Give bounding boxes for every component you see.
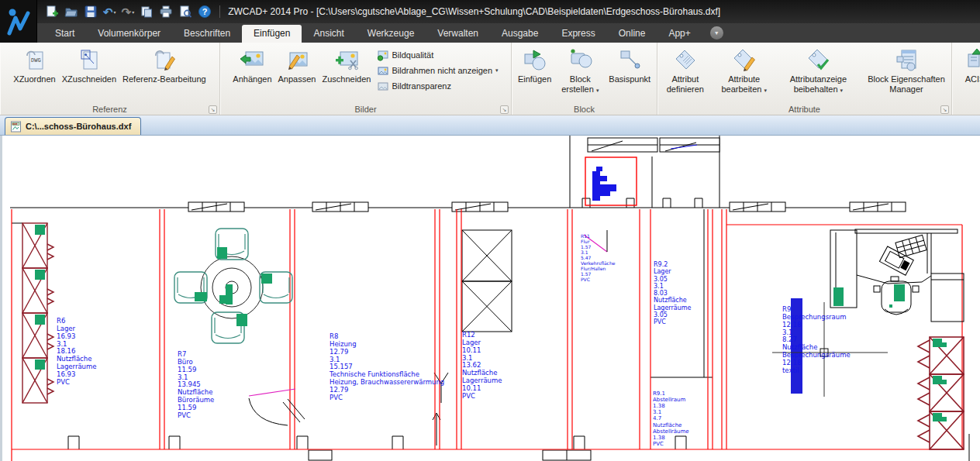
room-label-r9-1[interactable]: R9.1Abstellraum1.383.14.7NutzflächeAbste… (653, 390, 689, 447)
panel-launcher-icon[interactable]: ↘ (500, 105, 509, 114)
dwg-file-icon: DWG (10, 121, 22, 132)
ribbon: DWG XZuordnen XZuschneiden (0, 43, 980, 115)
dropdown-arrow-icon[interactable]: ▾ (840, 88, 844, 93)
copy-button[interactable] (140, 4, 154, 19)
entrance-symbol[interactable] (592, 167, 616, 201)
panel-title-block: Block (574, 105, 595, 114)
attribute-display-icon (805, 46, 831, 73)
dropdown-arrow-icon[interactable]: ▾ (114, 9, 116, 15)
panel-launcher-icon[interactable]: ↘ (940, 105, 949, 114)
xclip-button[interactable]: XZuschneiden (59, 46, 119, 85)
help-button[interactable]: ? (198, 4, 212, 19)
undo-icon: ↶ (103, 6, 113, 18)
ribbon-tab-verwalten[interactable]: Verwalten (426, 25, 490, 43)
ribbon-tab-ansicht[interactable]: Ansicht (302, 25, 355, 43)
dropdown-arrow-icon[interactable]: ▾ (764, 88, 767, 93)
panel-acis: ACIS (952, 43, 980, 115)
zwcad-logo-icon (3, 4, 34, 40)
app-logo[interactable] (0, 0, 37, 43)
dropdown-arrow-icon[interactable]: ▾ (132, 9, 134, 15)
ribbon-tab-online[interactable]: Online (607, 25, 657, 43)
xref-attach-icon: DWG (22, 46, 48, 73)
redo-button[interactable]: ↷ ▾ (122, 4, 135, 19)
undo-button[interactable]: ↶ ▾ (103, 4, 116, 19)
svg-text:?: ? (202, 7, 208, 16)
exterior-doors[interactable] (309, 450, 591, 460)
room-label-r6[interactable]: R6Lager16.933.118.16NutzflächeLagerräume… (57, 318, 97, 387)
print-button[interactable] (159, 4, 173, 19)
image-quality-button[interactable]: Bildqualität (377, 48, 498, 62)
save-button[interactable] (84, 4, 98, 19)
preview-icon (178, 5, 192, 19)
open-file-icon (64, 5, 78, 19)
block-properties-manager-button[interactable]: Block Eigenschaften Manager (861, 46, 951, 95)
room-label-r11[interactable]: R11Flur1.573.15.47VerkehrsflächeFlur/Hal… (581, 234, 615, 283)
panel-bilder: Anhängen Anpassen (220, 43, 512, 115)
quick-access-toolbar: ↶ ▾ ↷ ▾ (45, 4, 212, 19)
image-quality-icon (377, 50, 388, 61)
room-label-r9-2[interactable]: R9.2Lager3.053.18.03NutzflächeLagerräume… (654, 261, 691, 325)
dropdown-arrow-icon[interactable]: ▾ (596, 88, 599, 93)
document-tab[interactable]: DWG C:\...schoss-Bürohaus.dxf (5, 117, 141, 135)
basepoint-button[interactable]: Basispunkt (606, 46, 654, 85)
open-file-button[interactable] (64, 4, 78, 19)
ribbon-tab-express[interactable]: Express (550, 25, 606, 43)
window-symbols[interactable] (188, 202, 906, 212)
shelf-units-right[interactable] (918, 337, 964, 449)
attribute-edit-button[interactable]: Attribute bearbeiten ▾ (713, 46, 775, 95)
new-file-icon (45, 5, 59, 19)
svg-text:DWG: DWG (31, 57, 41, 64)
image-attach-button[interactable]: Anhängen (229, 46, 274, 85)
refedit-button[interactable]: Referenz-Bearbeitung (119, 46, 209, 85)
shelf-units-left[interactable] (22, 223, 53, 403)
ribbon-menu-button[interactable]: ▼ (710, 26, 723, 40)
room-label-r8[interactable]: R8Heizung12.793.115.157Technische Funkti… (330, 333, 444, 402)
chairs[interactable] (174, 229, 292, 343)
block-create-icon (567, 46, 593, 73)
attribute-display-button[interactable]: Attributanzeige beibehalten ▾ (775, 46, 861, 95)
office-desk[interactable] (830, 229, 964, 322)
ribbon-tab-app-plus[interactable]: App+ (657, 25, 702, 43)
room-label-r7[interactable]: R7Büro11.593.113.945NutzflächeBüroräume1… (178, 351, 214, 420)
toolbar-separator (219, 5, 220, 18)
acis-button[interactable]: ACIS (959, 46, 980, 85)
shelf-markers-right (933, 339, 947, 421)
ribbon-tab-einfuegen[interactable]: Einfügen (242, 25, 302, 43)
window-title: ZWCAD+ 2014 Pro - [C:\Users\cgutsche\Abl… (228, 6, 720, 17)
xref-clip-icon (76, 46, 102, 73)
attribute-define-button[interactable]: Attribut definieren (657, 46, 713, 95)
room-label-r12[interactable]: R12Lager10.113.113.62NutzflächeLagerräum… (462, 332, 502, 401)
new-file-button[interactable] (45, 4, 59, 19)
ribbon-tab-ausgabe[interactable]: Ausgabe (490, 25, 550, 43)
panel-launcher-icon[interactable]: ↘ (209, 105, 217, 114)
ribbon-tab-bar: Start Volumenkörper Beschriften Einfügen… (37, 23, 980, 43)
document-tab-bar: DWG C:\...schoss-Bürohaus.dxf (0, 115, 980, 136)
ribbon-tab-volumenkoerper[interactable]: Volumenkörper (86, 25, 172, 43)
title-bar: ↶ ▾ ↷ ▾ (0, 0, 980, 23)
room-label-r9[interactable]: R9Besprechungsraum12.183.18.27Nutzfläche… (782, 306, 851, 375)
ribbon-tab-werkzeuge[interactable]: Werkzeuge (356, 25, 426, 43)
image-clip-button[interactable]: Zuschneiden (319, 46, 374, 85)
xattach-button[interactable]: DWG XZuordnen (10, 46, 58, 85)
ribbon-tab-beschriften[interactable]: Beschriften (172, 25, 242, 43)
save-icon (84, 5, 98, 19)
image-transparency-button[interactable]: Bildtransparenz (377, 79, 498, 93)
door-jambs[interactable] (68, 436, 686, 449)
image-frame-button[interactable]: Bildrahmen nicht anzeigen ▾ (377, 64, 498, 77)
block-insert-button[interactable]: Einfügen (515, 46, 554, 85)
print-icon (159, 5, 173, 19)
drawing-canvas[interactable]: R6Lager16.933.118.16NutzflächeLagerräume… (0, 136, 980, 461)
entrance-structure[interactable] (570, 136, 719, 208)
preview-button[interactable] (178, 4, 192, 19)
image-clip-icon (333, 46, 360, 73)
ribbon-tab-start[interactable]: Start (43, 25, 86, 43)
panel-title-bilder: Bilder (354, 105, 376, 114)
block-insert-icon (522, 46, 548, 73)
image-adjust-button[interactable]: Anpassen (275, 46, 319, 85)
image-adjust-icon (284, 46, 310, 73)
round-table[interactable] (201, 256, 263, 318)
dropdown-arrow-icon[interactable]: ▾ (495, 67, 499, 74)
redo-icon: ↷ (122, 6, 132, 18)
block-create-button[interactable]: Block erstellen ▾ (554, 46, 606, 95)
corridor-door-panels[interactable] (462, 230, 512, 332)
